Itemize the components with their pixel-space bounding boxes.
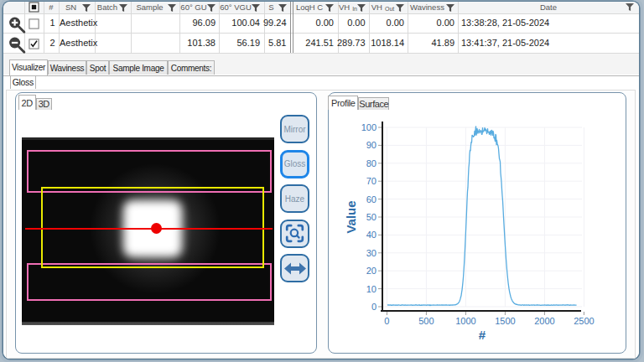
svg-text:10: 10 [366, 284, 377, 294]
svg-text:70: 70 [366, 176, 377, 186]
svg-text:100: 100 [361, 122, 377, 132]
svg-text:500: 500 [418, 316, 434, 326]
svg-text:0: 0 [371, 302, 377, 312]
svg-text:Value: Value [344, 200, 358, 233]
svg-text:90: 90 [366, 140, 377, 150]
svg-text:2500: 2500 [574, 316, 594, 326]
svg-text:30: 30 [366, 248, 377, 258]
svg-text:40: 40 [366, 230, 377, 240]
svg-text:0: 0 [384, 316, 389, 326]
svg-text:80: 80 [366, 158, 377, 168]
svg-text:1000: 1000 [455, 316, 475, 326]
svg-text:50: 50 [366, 212, 377, 222]
svg-text:20: 20 [366, 266, 377, 276]
svg-text:#: # [479, 328, 486, 342]
svg-text:2000: 2000 [534, 316, 554, 326]
svg-text:60: 60 [366, 194, 377, 204]
svg-text:1500: 1500 [495, 316, 515, 326]
